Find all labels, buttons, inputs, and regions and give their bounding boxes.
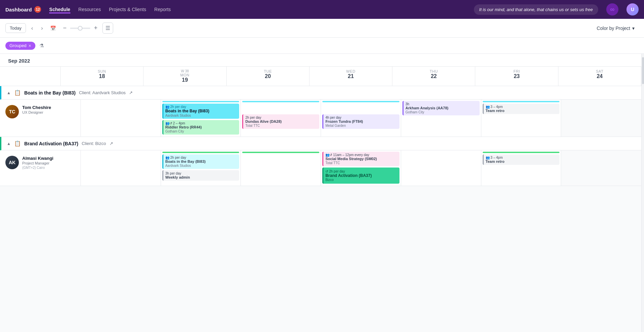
calendar-icon: 📅 bbox=[50, 26, 56, 31]
group-name-brand: Brand Activation (BA37) bbox=[24, 141, 78, 146]
group-link-brand[interactable]: ↗ bbox=[109, 141, 113, 146]
color-by-label: Color by Project bbox=[597, 26, 630, 31]
user-avatar[interactable]: U bbox=[626, 3, 639, 15]
span-bar-almasi-fri bbox=[483, 152, 560, 153]
person-name-tom: Tom Cheshire bbox=[22, 105, 51, 110]
event-dundas-tue[interactable]: 2h per day Dundas Alive (DA28) Total TTC bbox=[242, 114, 319, 129]
day-header-empty bbox=[0, 67, 61, 86]
scrollbar-thumb[interactable] bbox=[642, 57, 644, 84]
filter-close-button[interactable]: × bbox=[29, 43, 31, 48]
event-arkham-thu[interactable]: 3h Arkham Analysis (AA78) Gotham City bbox=[402, 101, 480, 115]
day-header-tue: Tue 20 bbox=[227, 67, 310, 86]
day-header-fri: Fri 23 bbox=[475, 67, 558, 86]
event-social-wed[interactable]: 👥↺ 11am – 12pm every day Social Media St… bbox=[322, 152, 399, 166]
group-chevron-boats[interactable]: ▲ bbox=[7, 90, 11, 95]
day-cell-almasi-tue bbox=[241, 150, 321, 186]
day-cell-almasi-thu bbox=[401, 150, 481, 186]
calendar-area: Sep 2022 Sun 18 W 38 Mon 19 Tue 20 Wed 2… bbox=[0, 54, 641, 332]
group-link-boats[interactable]: ↗ bbox=[129, 90, 133, 95]
filter-bar: Grouped × ⚗ bbox=[0, 38, 644, 54]
event-boats-mon[interactable]: 👥 2h per day Boats in the Bay (BI83) Aar… bbox=[162, 104, 239, 119]
event-brand-wed[interactable]: ↺ 2h per day Brand Activation (BA37) Biz… bbox=[322, 168, 399, 184]
zoom-in-button[interactable]: + bbox=[92, 24, 100, 32]
grouped-filter-tag: Grouped × bbox=[5, 42, 35, 50]
avatar-tom: TC bbox=[5, 105, 19, 118]
event-retro-almasi-fri[interactable]: 👥 3 – 4pm Team retro bbox=[483, 154, 560, 165]
day-cell-tom-thu: 3h Arkham Analysis (AA78) Gotham City bbox=[401, 100, 481, 137]
month-header: Sep 2022 bbox=[0, 54, 641, 67]
project-group-header-boats: ▲ 📋 Boats in the Bay (BI83) Client: Aard… bbox=[0, 86, 641, 100]
today-button[interactable]: Today bbox=[5, 23, 26, 33]
day-headers: Sun 18 W 38 Mon 19 Tue 20 Wed 21 Thu 22 … bbox=[0, 67, 641, 86]
group-client-boats: Client: Aardvark Studios bbox=[79, 90, 126, 95]
avatar-almasi: AK bbox=[5, 156, 19, 169]
month-label: Sep 2022 bbox=[8, 58, 30, 64]
event-boats-almasi-mon[interactable]: 👥 2h per day Boats in the Bay (BI83) Aar… bbox=[162, 154, 239, 169]
person-cell-almasi: AK Almasi Kwangi Project Manager (GMT+2)… bbox=[0, 150, 81, 186]
event-frozen-wed[interactable]: 4h per day Frozen Tundra (FT84) Metal Ga… bbox=[322, 114, 399, 129]
person-cell-tom: TC Tom Cheshire UX Designer bbox=[0, 100, 81, 137]
nav-schedule[interactable]: Schedule bbox=[49, 5, 70, 13]
event-admin-almasi-mon[interactable]: 3h per day Weekly admin bbox=[162, 170, 239, 181]
brand-name: Dashboard bbox=[5, 7, 32, 12]
nav-projects-clients[interactable]: Projects & Clients bbox=[109, 5, 146, 13]
day-header-sat: Sat 24 bbox=[558, 67, 641, 86]
group-icon-brand: 📋 bbox=[14, 140, 21, 147]
day-cell-tom-mon: 👥 2h per day Boats in the Bay (BI83) Aar… bbox=[161, 100, 241, 137]
person-info-tom: Tom Cheshire UX Designer bbox=[22, 105, 51, 114]
next-button[interactable]: › bbox=[38, 24, 45, 33]
span-bar-almasi-tue bbox=[242, 152, 319, 153]
day-cell-almasi-wed: 👥↺ 11am – 12pm every day Social Media St… bbox=[321, 150, 401, 186]
day-header-sun: Sun 18 bbox=[61, 67, 143, 86]
person-row-tom: TC Tom Cheshire UX Designer 👥 2h per day bbox=[0, 100, 641, 137]
person-tz-almasi: (GMT+2) Cairo bbox=[22, 166, 53, 170]
group-chevron-brand[interactable]: ▲ bbox=[7, 141, 11, 146]
day-cell-almasi-mon: 👥 2h per day Boats in the Bay (BI83) Aar… bbox=[161, 150, 241, 186]
project-group-boats: ▲ 📋 Boats in the Bay (BI83) Client: Aard… bbox=[0, 86, 641, 137]
group-client-brand: Client: Bizco bbox=[82, 141, 106, 146]
person-info-almasi: Almasi Kwangi Project Manager (GMT+2) Ca… bbox=[22, 156, 53, 170]
quote-banner: It is our mind, and that alone, that cha… bbox=[474, 4, 598, 15]
chevron-down-icon: ▾ bbox=[632, 26, 635, 31]
event-riddler-mon[interactable]: 👥↺ 2 – 4pm Riddler Retro (RR44) Gotham C… bbox=[162, 120, 239, 135]
span-bar-tue bbox=[242, 101, 319, 102]
prev-button[interactable]: ‹ bbox=[29, 24, 36, 33]
zoom-control: − + bbox=[61, 24, 100, 32]
day-cell-almasi-sat bbox=[561, 150, 641, 186]
day-cell-tom-sat bbox=[561, 100, 641, 137]
day-cell-tom-tue: 2h per day Dundas Alive (DA28) Total TTC bbox=[241, 100, 321, 137]
main-layout: Sep 2022 Sun 18 W 38 Mon 19 Tue 20 Wed 2… bbox=[0, 54, 644, 332]
span-bar-almasi-mon bbox=[162, 152, 239, 153]
person-row-almasi: AK Almasi Kwangi Project Manager (GMT+2)… bbox=[0, 150, 641, 186]
group-name-boats: Boats in the Bay (BI83) bbox=[24, 90, 75, 96]
zoom-thumb[interactable] bbox=[78, 26, 83, 31]
person-role-tom: UX Designer bbox=[22, 110, 51, 114]
brand-logo[interactable]: Dashboard 12 bbox=[5, 6, 41, 13]
day-cell-tom-sun bbox=[81, 100, 161, 137]
span-bar-top bbox=[162, 101, 239, 102]
project-group-header-brand: ▲ 📋 Brand Activation (BA37) Client: Bizc… bbox=[0, 137, 641, 150]
top-navigation: Dashboard 12 Schedule Resources Projects… bbox=[0, 0, 644, 19]
day-header-mon: W 38 Mon 19 bbox=[143, 67, 226, 86]
day-cell-tom-wed: 4h per day Frozen Tundra (FT84) Metal Ga… bbox=[321, 100, 401, 137]
calendar-icon-button[interactable]: 📅 bbox=[48, 24, 58, 33]
color-by-button[interactable]: Color by Project ▾ bbox=[592, 24, 639, 33]
span-bar-wed bbox=[322, 101, 399, 102]
notification-badge: 12 bbox=[34, 6, 41, 13]
day-header-wed: Wed 21 bbox=[310, 67, 392, 86]
day-cell-almasi-fri: 👥 3 – 4pm Team retro bbox=[481, 150, 561, 186]
day-cell-tom-fri: 👥 3 – 4pm Team retro bbox=[481, 100, 561, 137]
event-retro-fri[interactable]: 👥 3 – 4pm Team retro bbox=[483, 104, 560, 114]
schedule-content: ▲ 📋 Boats in the Bay (BI83) Client: Aard… bbox=[0, 86, 641, 332]
nav-resources[interactable]: Resources bbox=[78, 5, 101, 13]
person-role-almasi: Project Manager bbox=[22, 161, 53, 165]
span-bar-fri bbox=[483, 101, 560, 102]
filter-options-button[interactable]: ⚗ bbox=[38, 41, 45, 50]
nav-reports[interactable]: Reports bbox=[154, 5, 171, 13]
filter-tag-label: Grouped bbox=[9, 43, 27, 48]
zoom-out-button[interactable]: − bbox=[61, 24, 69, 32]
right-scrollbar[interactable] bbox=[641, 54, 644, 332]
list-view-button[interactable]: ☰ bbox=[102, 23, 113, 34]
person-name-almasi: Almasi Kwangi bbox=[22, 156, 53, 161]
day-header-thu: Thu 22 bbox=[392, 67, 475, 86]
